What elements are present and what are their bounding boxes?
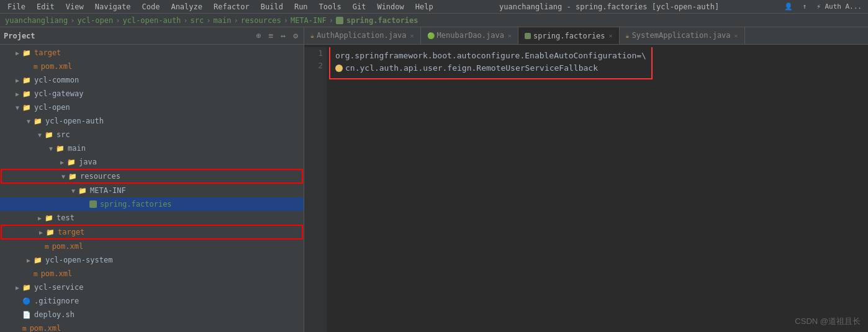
tree-label-ycl-gateway: ycl-gateway [34, 89, 83, 98]
tab-close-menubar[interactable]: ✕ [508, 32, 512, 39]
breadcrumb-main[interactable]: main [214, 16, 232, 25]
folder-icon-src: 📁 [45, 131, 53, 139]
tree-item-target1[interactable]: ▶ 📁 target [0, 46, 304, 60]
tabs-bar: ☕ AuthApplication.java ✕ 🟢 MenubarDao.ja… [304, 27, 868, 45]
tab-label-auth: AuthApplication.java [317, 31, 407, 40]
tree-item-deploy[interactable]: 📄 deploy.sh [0, 308, 304, 321]
menu-code[interactable]: Code [137, 1, 165, 12]
menu-view[interactable]: View [61, 1, 89, 12]
tree-item-gitignore[interactable]: 🔵 .gitignore [0, 294, 304, 308]
menu-window[interactable]: Window [372, 1, 409, 12]
tree-item-target2[interactable]: ▶ 📁 target [1, 225, 302, 239]
menu-refactor[interactable]: Refactor [209, 1, 255, 12]
breadcrumb-ycl-open[interactable]: ycl-open [77, 16, 113, 25]
folder-icon-ycl-open-system: 📁 [34, 256, 42, 264]
tab-auth-application[interactable]: ☕ AuthApplication.java ✕ [304, 27, 421, 44]
tree-item-ycl-open-system[interactable]: ▶ 📁 ycl-open-system [0, 253, 304, 267]
tree-label-spring-factories: spring.factories [100, 200, 172, 209]
menu-navigate[interactable]: Navigate [90, 1, 136, 12]
tree-label-test: test [57, 213, 75, 222]
tree-item-ycl-open[interactable]: ▼ 📁 ycl-open [0, 101, 304, 114]
java-icon-system: ☕ [626, 32, 630, 39]
sidebar-list-icon[interactable]: ≡ [267, 30, 276, 41]
folder-icon-ycl-open-auth: 📁 [34, 117, 42, 125]
tree-label-ycl-common: ycl-common [34, 76, 79, 84]
folder-icon-resources: 📁 [68, 173, 77, 181]
run-config-btn[interactable]: ⚡ Auth A... [813, 2, 866, 11]
tree-label-pom4: pom.xml [30, 324, 61, 332]
tree-item-meta-inf[interactable]: ▼ 📁 META-INF [0, 184, 304, 197]
tree-label-main: main [68, 144, 86, 153]
folder-icon-java: 📁 [67, 158, 76, 166]
xml-icon-pom1: m [34, 63, 38, 71]
menu-analyze[interactable]: Analyze [166, 1, 207, 12]
tree-item-pom2[interactable]: m pom.xml [0, 240, 304, 253]
sidebar-add-icon[interactable]: ⊕ [255, 30, 263, 41]
tree-item-ycl-common[interactable]: ▶ 📁 ycl-common [0, 73, 304, 87]
tree-item-src[interactable]: ▼ 📁 src [0, 128, 304, 141]
tree-item-pom1[interactable]: m pom.xml [0, 60, 304, 73]
folder-icon-target1: 📁 [22, 49, 31, 57]
tab-spring-factories[interactable]: spring.factories ✕ [518, 27, 620, 44]
xml-icon-pom4: m [22, 325, 27, 333]
menu-edit[interactable]: Edit [32, 1, 60, 12]
menu-tools[interactable]: Tools [314, 1, 346, 12]
update-icon[interactable]: ↑ [799, 2, 811, 11]
tree-item-ycl-service[interactable]: ▶ 📁 ycl-service [0, 280, 304, 294]
sidebar-title: Project [4, 32, 251, 40]
breadcrumb-file[interactable]: spring.factories [346, 16, 418, 25]
menu-bar: File Edit View Navigate Code Analyze Ref… [0, 0, 868, 14]
menu-help[interactable]: Help [410, 1, 438, 12]
tree-item-ycl-gateway[interactable]: ▶ 📁 ycl-gateway [0, 87, 304, 101]
sidebar: Project ⊕ ≡ ↔ ⚙ ▶ 📁 target m pom.xml [0, 27, 304, 332]
sidebar-expand-icon[interactable]: ↔ [279, 30, 287, 41]
java-icon-auth: ☕ [310, 32, 314, 39]
window-title: yuanchangliang - spring.factories [ycl-o… [440, 2, 779, 11]
line-number-1: 1 [308, 47, 323, 60]
code-content[interactable]: org.springframework.boot.autoconfigure.E… [327, 47, 868, 332]
tree-label-ycl-open: ycl-open [34, 103, 70, 112]
code-text-1: org.springframework.boot.autoconfigure.E… [335, 50, 646, 62]
main-layout: Project ⊕ ≡ ↔ ⚙ ▶ 📁 target m pom.xml [0, 27, 868, 332]
tree-label-pom1: pom.xml [41, 62, 73, 71]
tab-close-system[interactable]: ✕ [735, 32, 738, 39]
xml-icon-pom2: m [45, 243, 49, 251]
tree-label-pom3: pom.xml [41, 269, 73, 278]
tree-label-ycl-open-system: ycl-open-system [45, 256, 112, 264]
bean-dot-icon [335, 65, 343, 72]
breadcrumb-root[interactable]: yuanchangliang [5, 16, 68, 25]
tab-close-auth[interactable]: ✕ [410, 32, 414, 39]
tab-system-application[interactable]: ☕ SystemApplication.java ✕ [620, 27, 745, 44]
tree-item-java[interactable]: ▶ 📁 java [0, 155, 304, 169]
tab-close-spring[interactable]: ✕ [609, 32, 613, 39]
tree-item-pom3[interactable]: m pom.xml [0, 267, 304, 280]
user-icon[interactable]: 👤 [780, 2, 797, 11]
tree-item-pom4[interactable]: m pom.xml [0, 321, 304, 332]
sh-icon: 📄 [22, 311, 31, 319]
tree-item-test[interactable]: ▶ 📁 test [0, 211, 304, 225]
menu-run[interactable]: Run [289, 1, 313, 12]
menu-git[interactable]: Git [348, 1, 371, 12]
folder-icon-ycl-common: 📁 [22, 76, 31, 84]
line-numbers: 1 2 [304, 47, 327, 332]
breadcrumb: yuanchangliang › ycl-open › ycl-open-aut… [0, 14, 868, 27]
tree-label-java: java [79, 158, 97, 166]
code-text-2: cn.ycl.auth.api.user.feign.RemoteUserSer… [345, 62, 598, 74]
tree-item-main[interactable]: ▼ 📁 main [0, 141, 304, 155]
tree-item-ycl-open-auth[interactable]: ▼ 📁 ycl-open-auth [0, 114, 304, 128]
tree-item-spring-factories[interactable]: spring.factories [0, 197, 304, 211]
menu-build[interactable]: Build [256, 1, 288, 12]
tree-label-src: src [57, 130, 70, 139]
sidebar-settings-icon[interactable]: ⚙ [291, 30, 300, 41]
tree-item-resources[interactable]: ▼ 📁 resources [1, 169, 302, 183]
code-highlight-region: org.springframework.boot.autoconfigure.E… [333, 48, 649, 76]
menu-file[interactable]: File [2, 1, 30, 12]
tab-menubar-dao[interactable]: 🟢 MenubarDao.java ✕ [421, 27, 518, 44]
tree-label-resources: resources [80, 172, 120, 181]
folder-icon-test: 📁 [45, 214, 53, 222]
tree-label-deploy: deploy.sh [34, 310, 75, 319]
breadcrumb-src[interactable]: src [191, 16, 204, 25]
breadcrumb-resources[interactable]: resources [241, 16, 281, 25]
breadcrumb-ycl-open-auth[interactable]: ycl-open-auth [122, 16, 181, 25]
breadcrumb-meta-inf[interactable]: META-INF [291, 16, 327, 25]
